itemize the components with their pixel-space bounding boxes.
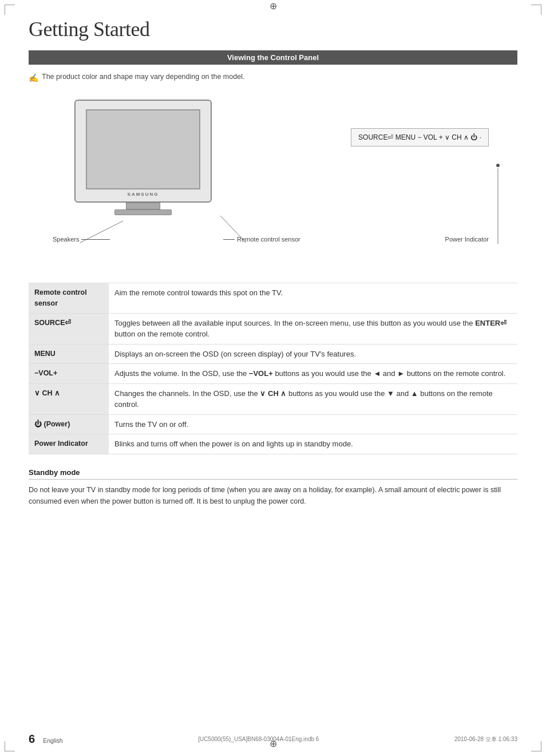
control-panel-text: SOURCE⏎ MENU − VOL + ∨ CH ∧ ⏻ · <box>358 133 481 141</box>
remote-sensor-label: Remote control sensor <box>223 236 300 243</box>
table-cell-label: ∨ CH ∧ <box>29 383 109 414</box>
table-cell-label: Power Indicator <box>29 434 109 454</box>
table-cell-description: Blinks and turns off when the power is o… <box>109 434 517 454</box>
standby-divider <box>29 479 517 480</box>
footer-file: [UC5000(55)_USA]BN68-03004A-01Eng.indb 6 <box>198 736 319 742</box>
table-cell-label: Remote control sensor <box>29 283 109 314</box>
footer-date: 2010-06-28 오후 1:06:33 <box>454 735 517 743</box>
table-cell-label: SOURCE⏎ <box>29 313 109 344</box>
tv-screen <box>86 109 200 189</box>
table-row: ⏻ (Power)Turns the TV on or off. <box>29 414 517 434</box>
table-row: Remote control sensorAim the remote cont… <box>29 283 517 314</box>
table-cell-description: Aim the remote control towards this spot… <box>109 283 517 314</box>
table-cell-description: Displays an on-screen the OSD (on screen… <box>109 344 517 364</box>
tv-brand: SAMSUNG <box>128 192 159 197</box>
page-title: Getting Started <box>29 17 517 41</box>
standby-title: Standby mode <box>29 468 517 477</box>
standby-text: Do not leave your TV in standby mode for… <box>29 484 517 507</box>
table-cell-description: Toggles between all the available input … <box>109 313 517 344</box>
power-indicator-label: Power Indicator <box>445 236 489 243</box>
table-cell-description: Turns the TV on or off. <box>109 414 517 434</box>
speakers-line <box>81 239 110 240</box>
table-cell-label: ⏻ (Power) <box>29 414 109 434</box>
table-cell-label: MENU <box>29 344 109 364</box>
tv-stand-neck <box>126 203 160 209</box>
section-header: Viewing the Control Panel <box>29 50 517 65</box>
tv-outer: SAMSUNG <box>74 100 212 203</box>
note-text: The product color and shape may vary dep… <box>42 73 244 81</box>
tv-stand-base <box>114 209 172 215</box>
table-row: −VOL+Adjusts the volume. In the OSD, use… <box>29 364 517 384</box>
tv-illustration: SAMSUNG <box>74 100 212 203</box>
speakers-label: Speakers <box>53 236 110 243</box>
table-cell-description: Adjusts the volume. In the OSD, use the … <box>109 364 517 384</box>
footer-language: English <box>43 737 62 744</box>
tv-stand <box>114 203 172 215</box>
footer-left: 6 English <box>29 733 63 746</box>
control-panel-box: SOURCE⏎ MENU − VOL + ∨ CH ∧ ⏻ · <box>351 128 489 147</box>
table-cell-description: Changes the channels. In the OSD, use th… <box>109 383 517 414</box>
table-row: Power IndicatorBlinks and turns off when… <box>29 434 517 454</box>
diagram-area: SAMSUNG SOURCE⏎ MENU − VOL + ∨ CH ∧ ⏻ · <box>29 94 517 266</box>
note-icon: ✍ <box>29 73 38 82</box>
table-row: SOURCE⏎Toggles between all the available… <box>29 313 517 344</box>
table-row: ∨ CH ∧Changes the channels. In the OSD, … <box>29 383 517 414</box>
note-line: ✍ The product color and shape may vary d… <box>29 73 517 82</box>
remote-line <box>223 239 235 240</box>
standby-section: Standby mode Do not leave your TV in sta… <box>29 468 517 507</box>
table-cell-label: −VOL+ <box>29 364 109 384</box>
table-row: MENUDisplays an on-screen the OSD (on sc… <box>29 344 517 364</box>
page-number: 6 <box>29 733 35 746</box>
crosshair-bottom: ⊕ <box>270 738 277 749</box>
svg-point-3 <box>496 164 500 167</box>
control-table: Remote control sensorAim the remote cont… <box>29 283 517 454</box>
